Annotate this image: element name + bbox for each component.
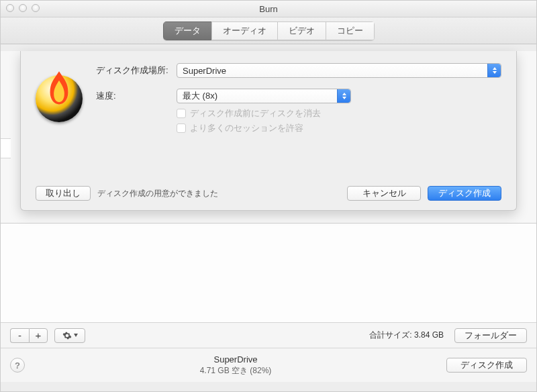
- add-remove-group: - +: [10, 328, 48, 343]
- drive-info: SuperDrive 4.71 GB 空き (82%): [36, 354, 436, 376]
- mode-segmented-control: データ オーディオ ビデオ コピー: [163, 21, 375, 40]
- tab-audio[interactable]: オーディオ: [211, 21, 277, 40]
- background-fragment: [1, 138, 11, 158]
- main-burn-button-label: ディスク作成: [460, 359, 513, 371]
- location-label: ディスク作成場所:: [96, 64, 177, 77]
- cancel-button-label: キャンセル: [362, 187, 406, 199]
- window-title: Burn: [1, 4, 536, 14]
- chevron-updown-icon: [337, 89, 350, 103]
- burn-button-label: ディスク作成: [438, 187, 491, 199]
- zoom-window-button[interactable]: [32, 4, 40, 12]
- total-size-label: 合計サイズ: 3.84 GB: [369, 330, 444, 341]
- speed-label: 速度:: [96, 90, 177, 102]
- folder-button-label: フォールダー: [465, 330, 517, 342]
- burn-button[interactable]: ディスク作成: [428, 186, 501, 201]
- erase-checkbox[interactable]: [177, 109, 186, 118]
- eject-button-label: 取り出し: [46, 187, 81, 199]
- folder-button[interactable]: フォールダー: [454, 328, 527, 343]
- close-window-button[interactable]: [6, 4, 14, 12]
- drive-free-space: 4.71 GB 空き (82%): [36, 366, 436, 377]
- sessions-checkbox-label: より多くのセッションを許容: [190, 122, 303, 134]
- speed-select[interactable]: 最大 (8x): [177, 89, 351, 103]
- plus-icon: +: [36, 330, 42, 341]
- location-select[interactable]: SuperDrive: [177, 63, 501, 78]
- traffic-lights: [6, 4, 40, 12]
- help-icon: ?: [15, 360, 20, 371]
- status-message: ディスク作成の用意ができました: [97, 188, 218, 199]
- toolbar: データ オーディオ ビデオ コピー: [1, 17, 536, 44]
- remove-item-button[interactable]: -: [10, 328, 29, 343]
- location-select-value: SuperDrive: [183, 66, 226, 76]
- titlebar: Burn: [1, 1, 536, 17]
- minus-icon: -: [18, 330, 21, 341]
- eject-button[interactable]: 取り出し: [36, 186, 91, 201]
- gear-icon: [62, 331, 72, 340]
- burn-icon: [36, 75, 83, 122]
- file-list-area: [1, 224, 536, 323]
- action-menu-button[interactable]: [54, 328, 85, 343]
- main-burn-button[interactable]: ディスク作成: [446, 358, 527, 373]
- help-button[interactable]: ?: [10, 358, 25, 373]
- cancel-button[interactable]: キャンセル: [347, 186, 421, 201]
- sheet-backdrop: ディスク作成場所: SuperDrive 速度: 最大 (8x): [1, 51, 536, 224]
- minimize-window-button[interactable]: [19, 4, 27, 12]
- list-toolbar: - + 合計サイズ: 3.84 GB フォールダー: [1, 323, 536, 348]
- speed-select-value: 最大 (8x): [183, 90, 217, 102]
- add-item-button[interactable]: +: [29, 328, 48, 343]
- burn-sheet: ディスク作成場所: SuperDrive 速度: 最大 (8x): [20, 51, 517, 211]
- app-window: Burn データ オーディオ ビデオ コピー: [0, 0, 537, 392]
- tab-video[interactable]: ビデオ: [277, 21, 326, 40]
- status-bar: ? SuperDrive 4.71 GB 空き (82%) ディスク作成: [1, 348, 536, 382]
- sessions-checkbox[interactable]: [177, 124, 186, 133]
- chevron-down-icon: [74, 334, 78, 337]
- erase-checkbox-label: ディスク作成前にディスクを消去: [190, 107, 321, 119]
- drive-name: SuperDrive: [36, 354, 436, 366]
- chevron-updown-icon: [487, 64, 501, 77]
- tab-copy[interactable]: コピー: [326, 21, 375, 40]
- tab-data[interactable]: データ: [163, 21, 211, 40]
